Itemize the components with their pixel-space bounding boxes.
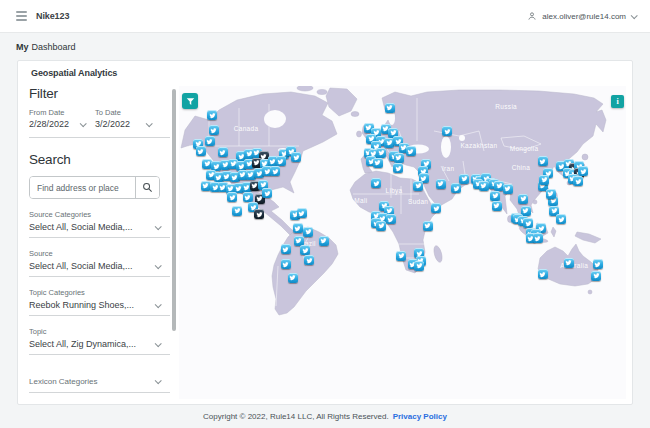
map-marker[interactable]: [591, 271, 601, 281]
twitter-bird-icon: [407, 148, 414, 155]
map-marker[interactable]: [414, 261, 424, 271]
map-marker[interactable]: [303, 227, 313, 237]
map-marker[interactable]: [523, 218, 533, 228]
map-marker[interactable]: [459, 174, 469, 184]
map-marker[interactable]: [431, 203, 441, 213]
map-marker[interactable]: [593, 259, 603, 269]
filter-heading: Filter: [29, 86, 170, 101]
map-marker[interactable]: [573, 176, 583, 186]
search-input[interactable]: [30, 177, 135, 198]
twitter-bird-icon: [493, 202, 500, 209]
map-marker[interactable]: [538, 269, 548, 279]
chevron-down-icon: [155, 223, 162, 230]
map-marker[interactable]: [556, 214, 566, 224]
twitter-bird-icon: [539, 271, 546, 278]
map-filter-button[interactable]: [182, 93, 198, 109]
twitter-bird-icon: [293, 154, 300, 161]
map-marker[interactable]: [291, 152, 301, 162]
map-marker[interactable]: [538, 156, 548, 166]
chevron-down-icon: [155, 377, 162, 384]
chevron-down-icon: [155, 301, 162, 308]
topic-categories-select[interactable]: Topic Categories Reebok Running Shoes,..…: [29, 288, 170, 316]
map-marker[interactable]: [196, 146, 206, 156]
search-heading: Search: [29, 152, 170, 167]
hamburger-menu-icon[interactable]: [14, 9, 29, 23]
map-marker[interactable]: [270, 166, 280, 176]
map-marker[interactable]: [436, 179, 446, 189]
map-marker[interactable]: [218, 147, 228, 157]
map-marker[interactable]: [479, 181, 489, 191]
map-marker[interactable]: [406, 146, 416, 156]
twitter-bird-icon: [320, 237, 327, 244]
map-marker[interactable]: [442, 126, 452, 136]
map-marker[interactable]: [539, 175, 549, 185]
map-marker[interactable]: [393, 163, 403, 173]
user-menu[interactable]: alex.oliver@rule14.com: [527, 11, 636, 21]
twitter-bird-icon: [547, 190, 554, 197]
map-marker[interactable]: [207, 110, 217, 120]
map-marker[interactable]: [385, 103, 395, 113]
twitter-bird-icon: [424, 222, 431, 229]
twitter-bird-icon: [453, 185, 460, 192]
map-marker[interactable]: [281, 244, 291, 254]
map-marker[interactable]: [232, 206, 242, 216]
twitter-bird-icon: [264, 190, 271, 197]
map-marker[interactable]: [254, 209, 264, 219]
map-marker[interactable]: [288, 273, 298, 283]
map-marker[interactable]: [262, 188, 272, 198]
map-info-button[interactable]: i: [611, 95, 624, 108]
map-marker[interactable]: [503, 184, 513, 194]
map-marker[interactable]: [297, 208, 307, 218]
map-marker[interactable]: [227, 192, 237, 202]
map-marker[interactable]: [386, 214, 396, 224]
map-marker[interactable]: [423, 221, 433, 231]
twitter-bird-icon: [525, 220, 532, 227]
map-marker[interactable]: [276, 156, 286, 166]
twitter-bird-icon: [282, 246, 289, 253]
map-marker[interactable]: [376, 221, 386, 231]
map-marker[interactable]: [546, 189, 556, 199]
map-marker[interactable]: [413, 181, 423, 191]
map-marker[interactable]: [376, 148, 386, 158]
map-marker[interactable]: [281, 259, 291, 269]
source-categories-select[interactable]: Source Categories Select All, Social Med…: [29, 210, 170, 238]
map-marker[interactable]: [394, 153, 404, 163]
map-marker[interactable]: [451, 183, 461, 193]
twitter-bird-icon: [256, 211, 263, 218]
map-marker[interactable]: [205, 136, 215, 146]
topic-select[interactable]: Topic Select All, Zig Dynamica,...: [29, 327, 170, 355]
map-marker[interactable]: [492, 201, 502, 211]
lexicon-categories-select[interactable]: Lexicon Categories: [29, 377, 170, 393]
chevron-down-icon: [146, 120, 153, 127]
world-map-svg: [179, 86, 626, 399]
map-marker[interactable]: [300, 245, 310, 255]
privacy-policy-link[interactable]: Privacy Policy: [393, 412, 447, 421]
map-marker[interactable]: [304, 255, 314, 265]
map-marker[interactable]: [373, 158, 383, 168]
map-marker[interactable]: [396, 251, 406, 261]
from-date-select[interactable]: From Date 2/28/2022: [29, 108, 95, 129]
chevron-down-icon: [155, 340, 162, 347]
date-range-row: From Date 2/28/2022 To Date 3/2/2022: [29, 108, 170, 129]
source-select[interactable]: Source Select All, Social Media,...: [29, 249, 170, 277]
map-marker[interactable]: [578, 166, 588, 176]
twitter-bird-icon: [210, 127, 217, 134]
search-button[interactable]: [135, 177, 159, 198]
map-marker[interactable]: [564, 258, 574, 268]
map-marker[interactable]: [243, 192, 253, 202]
twitter-bird-icon: [415, 182, 422, 189]
map-marker[interactable]: [293, 223, 303, 233]
sidebar-scrollbar[interactable]: [172, 89, 176, 331]
twitter-bird-icon: [197, 148, 204, 155]
map-marker[interactable]: [533, 233, 543, 243]
to-date-select[interactable]: To Date 3/2/2022: [95, 108, 161, 129]
map-marker[interactable]: [209, 125, 219, 135]
twitter-bird-icon: [294, 225, 301, 232]
map-marker[interactable]: [490, 191, 500, 201]
world-map[interactable]: CanadaRussiaKazakhstanMongoliaChinaIranL…: [179, 86, 626, 399]
twitter-bird-icon: [461, 175, 468, 182]
twitter-bird-icon: [504, 185, 511, 192]
map-marker[interactable]: [371, 178, 381, 188]
map-marker[interactable]: [518, 194, 528, 204]
map-marker[interactable]: [319, 236, 329, 246]
